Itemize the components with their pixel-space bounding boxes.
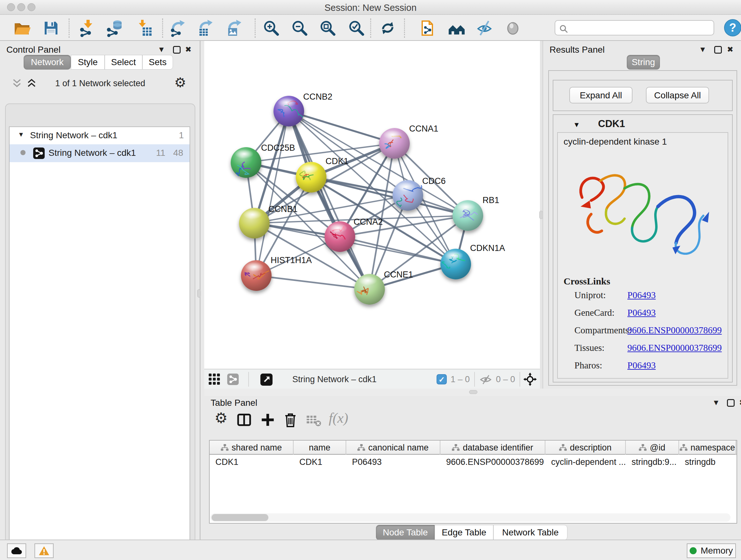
import-table-button[interactable] [136,19,153,37]
network-node[interactable] [393,180,423,211]
column-header[interactable]: shared name [210,441,293,455]
network-node[interactable] [354,274,385,305]
crosslink-value[interactable]: P06493 [627,307,656,318]
table-cell[interactable]: CDK1 [210,455,293,469]
tab-network-table[interactable]: Network Table [493,525,567,540]
network-node[interactable] [441,249,471,279]
tree-expander-icon[interactable]: ▼ [18,131,24,138]
cloud-button[interactable] [7,543,26,558]
column-header[interactable]: @id [626,441,679,455]
network-node[interactable] [379,128,410,159]
panel-splitter-handle[interactable] [197,289,201,298]
table-cell[interactable]: CDK1 [293,455,346,469]
tab-select[interactable]: Select [105,55,142,70]
help-button[interactable]: ? [724,19,741,37]
first-neighbors-button[interactable] [448,19,466,37]
crosslink-value[interactable]: P06493 [627,360,656,371]
zoom-fit-icon [319,19,337,37]
import-network-file-button[interactable] [78,19,96,37]
float-panel-icon[interactable] [727,399,735,407]
show-all-button[interactable] [504,19,522,37]
tab-style[interactable]: Style [71,55,105,70]
panel-menu-icon[interactable]: ▼ [712,398,720,407]
close-panel-icon[interactable]: ✖ [185,45,192,54]
table-cell[interactable]: 9606.ENSP00000378699 [441,455,545,469]
column-header[interactable]: name [293,441,346,455]
close-panel-icon[interactable]: ✖ [739,398,741,407]
network-node[interactable] [273,96,304,126]
delete-table-icon[interactable] [306,415,322,427]
network-node[interactable] [231,147,261,178]
gene-expander-icon[interactable]: ▼ [573,121,580,129]
expand-all-button[interactable]: Expand All [569,87,632,104]
scrollbar-thumb[interactable] [212,514,268,521]
zoom-selected-button[interactable] [347,19,365,37]
export-network-button[interactable] [169,19,187,37]
network-node[interactable] [241,260,272,291]
panel-menu-icon[interactable]: ▼ [158,45,165,54]
share-document-button[interactable] [418,19,436,37]
network-canvas[interactable]: CCNB2CCNA1CDC25BCDK1CDC6RB1CCNB1CCNA2CDK… [204,41,540,369]
birds-eye-view-icon[interactable] [260,374,273,386]
tab-network[interactable]: Network [23,55,71,70]
network-edge[interactable] [340,237,456,264]
crosslink-value[interactable]: 9606.ENSP00000378699 [627,325,722,335]
network-edge[interactable] [256,275,369,289]
function-builder-icon[interactable]: f(x) [329,410,348,426]
warnings-button[interactable] [35,543,54,558]
network-edge[interactable] [289,111,394,143]
network-collection-row[interactable]: ▼ String Network – cdk1 1 [10,127,190,144]
table-cell[interactable]: cyclin-dependent ... [545,455,626,469]
hide-selection-button[interactable] [475,19,493,37]
network-options-gear-icon[interactable]: ⚙ [174,75,186,90]
table-options-gear-icon[interactable]: ⚙ [214,409,227,427]
fit-selected-crosshair-icon[interactable] [523,373,537,386]
crosslink-value[interactable]: P06493 [627,290,656,300]
column-header[interactable]: database identifier [441,441,545,455]
network-node[interactable] [453,200,483,231]
horizontal-splitter[interactable] [204,388,741,396]
close-panel-icon[interactable]: ✖ [727,45,733,54]
column-header[interactable]: description [545,441,626,455]
crosslink-value[interactable]: 9606.ENSP00000378699 [627,343,722,353]
column-header[interactable]: namespace [679,441,736,455]
float-panel-icon[interactable] [173,46,181,54]
horizontal-scrollbar[interactable] [210,513,731,522]
table-row[interactable]: CDK1CDK1P064939606.ENSP00000378699cyclin… [210,455,736,469]
panel-menu-icon[interactable]: ▼ [699,45,706,54]
network-row[interactable]: String Network – cdk1 11 48 [10,144,190,162]
tab-string[interactable]: String [627,55,660,70]
column-header[interactable]: canonical name [346,441,441,455]
show-columns-icon[interactable] [237,413,252,427]
zoom-in-button[interactable] [262,19,280,37]
tab-node-table[interactable]: Node Table [376,525,434,540]
network-node[interactable] [239,208,270,239]
collapse-all-button[interactable]: Collapse All [646,87,709,104]
network-node[interactable] [325,221,355,252]
tab-sets[interactable]: Sets [142,55,173,70]
table-cell[interactable]: stringdb [679,455,736,469]
import-network-database-button[interactable] [106,19,124,37]
search-field[interactable] [555,20,714,36]
memory-button[interactable]: Memory [687,543,736,558]
network-node[interactable] [296,162,327,192]
selected-checkbox[interactable]: ✓ [436,374,447,384]
zoom-fit-button[interactable] [319,19,337,37]
refresh-button[interactable] [379,19,397,37]
zoom-out-button[interactable] [291,19,309,37]
table-cell[interactable]: P06493 [346,455,441,469]
float-panel-icon[interactable] [714,46,722,54]
delete-column-icon[interactable] [283,413,297,428]
search-input[interactable] [572,22,709,34]
save-session-button[interactable] [42,19,60,37]
table-cell[interactable]: stringdb:9... [626,455,679,469]
add-column-icon[interactable] [260,413,275,427]
splitter-handle[interactable] [469,390,477,394]
export-table-button[interactable] [197,19,215,37]
vertical-splitter[interactable] [540,41,542,388]
tab-edge-table[interactable]: Edge Table [434,525,493,540]
grid-view-icon[interactable] [209,374,220,385]
open-session-button[interactable] [13,19,31,37]
export-image-button[interactable] [226,19,244,37]
network-view-mode-icon[interactable] [227,374,239,385]
